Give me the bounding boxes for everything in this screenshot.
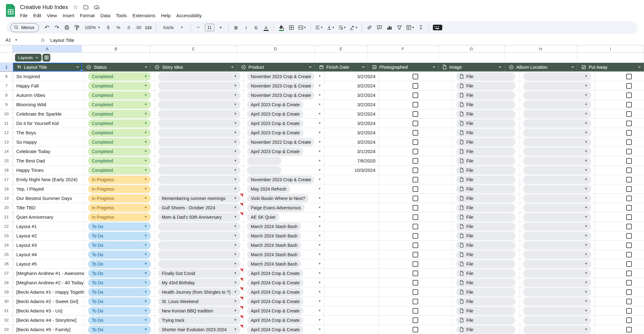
album-location-chip[interactable]: ▼ xyxy=(523,204,591,212)
product-dropdown-arrow[interactable]: ▼ xyxy=(318,262,321,265)
album-location-chip[interactable]: ▼ xyxy=(523,260,591,268)
cell-layout-title[interactable]: Autumn Vibes xyxy=(13,91,84,100)
cell-status[interactable]: Completed▼ xyxy=(84,147,155,156)
cell-photographed[interactable] xyxy=(379,119,452,128)
checkbox-put-away[interactable] xyxy=(626,92,632,98)
checkbox-put-away[interactable] xyxy=(626,242,632,248)
cell-product[interactable]: April 2024 Crop & Create▼ xyxy=(244,325,324,334)
checkbox-put-away[interactable] xyxy=(626,289,632,295)
cell-layout-title[interactable]: So Inspired xyxy=(13,72,84,81)
cell-photographed[interactable] xyxy=(379,269,452,278)
cell-photographed[interactable] xyxy=(379,194,452,203)
cell-layout-title[interactable]: [Becki Adams #5 - Family] xyxy=(13,325,84,334)
cell-story-idea[interactable]: ▼ xyxy=(155,91,244,100)
cell-put-away[interactable] xyxy=(595,222,644,231)
cell-image[interactable]: File xyxy=(452,194,520,203)
product-chip[interactable]: March 2024 Stash Bash xyxy=(247,251,301,259)
cell-layout-title[interactable]: Blooming Wild xyxy=(13,100,84,109)
menu-tools[interactable]: Tools xyxy=(113,12,130,19)
checkbox-put-away[interactable] xyxy=(626,186,632,192)
cell-photographed[interactable] xyxy=(379,278,452,287)
cell-put-away[interactable] xyxy=(595,287,644,297)
row-number[interactable]: 15 xyxy=(0,156,13,166)
row-number[interactable]: 1 xyxy=(0,63,13,71)
cell-image[interactable]: File xyxy=(452,137,520,147)
cell-story-idea[interactable]: Shorter Hair Evolution 2023-2024▼ xyxy=(155,325,244,334)
cell-album-location[interactable]: ▼ xyxy=(520,231,595,241)
cell-status[interactable]: Completed▼ xyxy=(84,109,155,119)
cell-album-location[interactable]: ▼ xyxy=(520,306,595,316)
image-file-chip[interactable]: File xyxy=(456,222,515,231)
menu-help[interactable]: Help xyxy=(158,12,173,19)
album-location-chip[interactable]: ▼ xyxy=(523,147,591,156)
image-file-chip[interactable]: File xyxy=(456,194,515,202)
cell-finish-date[interactable] xyxy=(324,259,379,269)
cell-put-away[interactable] xyxy=(595,184,644,194)
story-idea-chip[interactable]: St. Louis Weekend▼ xyxy=(158,297,240,306)
cell-photographed[interactable] xyxy=(379,241,452,250)
cell-finish-date[interactable]: 3/1/2024 xyxy=(324,147,379,156)
insert-link-button[interactable] xyxy=(365,23,374,32)
album-location-chip[interactable]: ▼ xyxy=(523,241,591,249)
story-idea-chip[interactable]: ▼ xyxy=(158,91,240,99)
grid-cell[interactable] xyxy=(237,52,315,63)
cell-status[interactable]: In Progress▼ xyxy=(84,175,155,184)
cell-layout-title[interactable]: [Becki Adams #4 - Storytime] xyxy=(13,316,84,325)
menus-button[interactable]: Menus xyxy=(10,23,39,32)
bold-button[interactable]: B xyxy=(231,23,241,32)
column-header-album-location[interactable]: Album Location xyxy=(505,63,577,71)
cell-photographed[interactable] xyxy=(379,203,452,212)
row-number[interactable]: 14 xyxy=(0,147,13,156)
row-number[interactable]: 19 xyxy=(0,194,13,203)
more-formats-button[interactable]: 123 xyxy=(144,23,153,32)
italic-button[interactable]: I xyxy=(241,23,251,32)
product-chip[interactable]: April 2023 Crop & Create xyxy=(247,129,303,137)
image-file-chip[interactable]: File xyxy=(456,185,515,193)
cell-story-idea[interactable]: St. Louis Weekend▼ xyxy=(155,297,244,306)
cell-photographed[interactable] xyxy=(379,91,452,100)
status-chip[interactable]: Completed▼ xyxy=(88,110,151,118)
story-idea-chip[interactable]: ▼ xyxy=(158,232,240,240)
story-idea-chip[interactable]: ▼ xyxy=(158,157,240,165)
cell-status[interactable]: To Do▼ xyxy=(84,325,155,334)
cell-put-away[interactable] xyxy=(595,72,644,81)
column-letter-f[interactable]: F xyxy=(368,45,438,52)
cell-finish-date[interactable]: 3/2/2024 xyxy=(324,91,379,100)
column-header-status[interactable]: Status xyxy=(82,63,151,71)
product-chip[interactable]: November 2023 Crop & Create xyxy=(247,82,314,90)
create-filter-button[interactable] xyxy=(395,23,404,32)
cell-layout-title[interactable]: Emily Right Now (Early 2024) xyxy=(13,175,84,184)
column-header-story-idea[interactable]: Story Idea xyxy=(151,63,237,71)
cell-finish-date[interactable]: 3/2/2024 xyxy=(324,109,379,119)
cell-put-away[interactable] xyxy=(595,316,644,325)
checkbox-photographed[interactable] xyxy=(413,327,418,332)
cloud-saved-icon[interactable] xyxy=(94,4,100,10)
cell-album-location[interactable]: ▼ xyxy=(520,147,595,156)
horizontal-align-button[interactable]: ▼ xyxy=(314,23,324,32)
cell-finish-date[interactable] xyxy=(324,184,379,194)
row-number[interactable]: 13 xyxy=(0,137,13,147)
cell-album-location[interactable]: ▼ xyxy=(520,91,595,100)
cell-image[interactable]: File xyxy=(452,72,520,81)
cell-photographed[interactable] xyxy=(379,100,452,109)
cell-put-away[interactable] xyxy=(595,100,644,109)
row-number[interactable]: 16 xyxy=(0,166,13,175)
album-location-chip[interactable]: ▼ xyxy=(523,91,591,99)
product-dropdown-arrow[interactable]: ▼ xyxy=(318,131,321,134)
status-chip[interactable]: In Progress▼ xyxy=(88,185,151,193)
cell-story-idea[interactable]: ▼ xyxy=(155,156,244,166)
status-chip[interactable]: In Progress▼ xyxy=(88,213,151,221)
cell-finish-date[interactable] xyxy=(324,316,379,325)
cell-product[interactable]: March 2024 Stash Bash▼ xyxy=(244,250,324,259)
cell-story-idea[interactable]: ▼ xyxy=(155,259,244,269)
cell-story-idea[interactable]: ▼ xyxy=(155,231,244,241)
cell-album-location[interactable]: ▼ xyxy=(520,278,595,287)
album-location-chip[interactable]: ▼ xyxy=(523,110,591,118)
product-dropdown-arrow[interactable]: ▼ xyxy=(318,234,321,237)
cell-finish-date[interactable]: 7/6/2020 xyxy=(324,156,379,166)
cell-image[interactable]: File xyxy=(452,269,520,278)
insert-comment-button[interactable] xyxy=(375,23,384,32)
cell-finish-date[interactable] xyxy=(324,231,379,241)
story-idea-chip[interactable]: ▼ xyxy=(158,176,240,184)
row-number[interactable]: 33 xyxy=(0,325,13,334)
